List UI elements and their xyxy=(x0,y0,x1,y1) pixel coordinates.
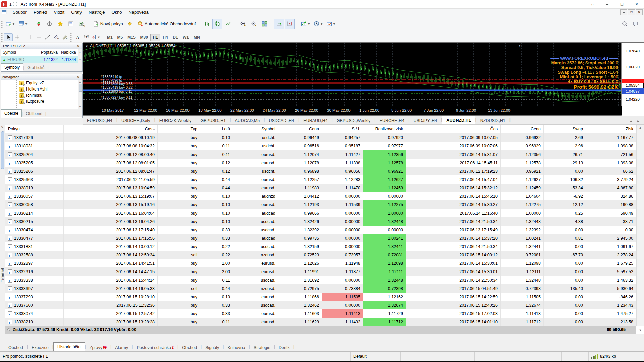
timeframe-w1[interactable]: W1 xyxy=(180,34,191,41)
table-row-13325663[interactable]: 133256632017.06.12 11:05:59buy0.44eurusd… xyxy=(5,175,636,184)
maximize-button[interactable]: □ xyxy=(614,0,629,8)
menu-pohled[interactable]: Pohled xyxy=(30,9,50,15)
chart-tab-euraudh4[interactable]: EURAUD,H4 xyxy=(299,117,331,124)
chart-tab-gbpusdweekly[interactable]: GBPUSD.,Weekly xyxy=(333,117,375,124)
table-row-13337600[interactable]: 133376002017.06.15 11:32:36buy0.33usdcad… xyxy=(5,301,636,309)
table-row-13333697[interactable]: 133336972017.06.14 16:05:33sell0.44nzdus… xyxy=(5,284,636,293)
vertical-line-icon[interactable] xyxy=(25,33,34,41)
timeframe-h1[interactable]: H1 xyxy=(150,34,160,41)
new-order-button[interactable]: Nový pokyn xyxy=(92,19,124,29)
mdi-close-button[interactable]: ✕ xyxy=(636,9,643,15)
equidistant-channel-icon[interactable]: E xyxy=(52,33,60,41)
search-icon[interactable] xyxy=(620,19,630,29)
chart-shift-icon[interactable] xyxy=(285,19,295,29)
chart-tab-usdcadh4[interactable]: USDCAD.,H4 xyxy=(265,117,298,124)
timeframe-m5[interactable]: M5 xyxy=(115,34,125,41)
scroll-down-icon[interactable]: ▼ xyxy=(79,105,82,108)
close-button[interactable]: ✕ xyxy=(629,0,644,8)
column-header-0[interactable]: Pokyn xyxy=(5,125,64,133)
terminal-tab-obchod[interactable]: Obchod xyxy=(5,344,27,351)
chart-tab-nzdusdh1[interactable]: NZDUSD.,H1 xyxy=(476,117,509,124)
table-row-13337293[interactable]: 133372932017.06.15 10:28:10buy0.10eurusd… xyxy=(5,293,636,301)
profiles-icon[interactable]: ▼ xyxy=(17,19,29,29)
chart-tab-audnzdh1[interactable]: AUDNZD,H1 xyxy=(442,116,475,124)
table-row-13332588[interactable]: 133325882017.06.14 12:59:34sell0.22nzdus… xyxy=(5,251,636,259)
column-header-7[interactable]: Realizovat zisk xyxy=(363,125,406,133)
table-row-13330215[interactable]: 133302152017.06.13 16:04:26buy0.10usdcad… xyxy=(5,217,636,226)
column-header-2[interactable]: Typ xyxy=(158,125,200,133)
scroll-down-icon[interactable]: ▼ xyxy=(637,329,644,332)
new-chart-icon[interactable]: ▼ xyxy=(4,19,16,29)
strategy-tester-icon[interactable] xyxy=(77,19,87,29)
indicators-icon[interactable]: ▼ xyxy=(300,19,312,29)
chart-tab-usdjpyh4[interactable]: USDJPY.,H4 xyxy=(409,117,441,124)
column-header-3[interactable]: Lotů xyxy=(200,125,233,133)
connection-status[interactable]: 824/3 kb xyxy=(589,352,644,361)
periods-icon[interactable]: ▼ xyxy=(312,19,324,29)
table-row-13338210[interactable]: 133382102017.06.15 13:28:28buy0.11eurusd… xyxy=(5,318,636,326)
dropdown-arrow-icon[interactable]: ▼ xyxy=(320,22,323,26)
scroll-thumb[interactable] xyxy=(79,84,82,92)
chart-tab-usdchfdaily[interactable]: USDCHF.,Daily xyxy=(117,117,154,124)
column-header-1[interactable]: Čas ▵ xyxy=(64,125,158,133)
scroll-down-icon[interactable]: ▼ xyxy=(78,56,82,63)
navigator-scrollbar[interactable]: ▲ ▼ xyxy=(78,80,82,109)
table-row-13332897[interactable]: 133328972017.06.14 14:41:51buy1.00eurusd… xyxy=(5,259,636,267)
column-bid[interactable]: Poptávka xyxy=(35,50,59,55)
table-row-13330057[interactable]: 133300572017.06.13 15:19:07buy0.10audnzd… xyxy=(5,192,636,200)
chart-tab-eurczkweekly[interactable]: EURCZK,Weekly xyxy=(155,117,196,124)
chevron-down-icon[interactable]: ▼ xyxy=(85,45,88,48)
zoom-out-icon[interactable] xyxy=(249,19,259,29)
chart-tab-audcadm5[interactable]: AUDCAD,M5 xyxy=(231,117,264,124)
timeframe-m15[interactable]: M15 xyxy=(125,34,138,41)
table-row-13333338[interactable]: 133333382017.06.14 15:44:14buy0.11usdcad… xyxy=(5,276,636,284)
text-icon[interactable]: A xyxy=(73,33,82,41)
dropdown-arrow-icon[interactable]: ▼ xyxy=(25,22,28,26)
zoom-in-icon[interactable] xyxy=(238,19,248,29)
menu-vlozit[interactable]: Vložit xyxy=(50,9,68,15)
table-row-13325206[interactable]: 133252062017.06.12 08:01:47buy0.12usdchf… xyxy=(5,167,636,175)
metaeditor-icon[interactable] xyxy=(125,19,135,29)
market-watch-icon[interactable] xyxy=(34,19,44,29)
menu-okno[interactable]: Okno xyxy=(108,9,125,15)
column-ask[interactable]: Nabídka xyxy=(59,50,78,55)
table-row-13330058[interactable]: 133300582017.06.13 15:19:16buy0.10eurusd… xyxy=(5,200,636,209)
resize-arrows-button[interactable]: ↔ xyxy=(585,0,600,8)
column-symbol[interactable]: Symbol xyxy=(1,50,35,55)
table-row-13332916[interactable]: 133329162017.06.14 14:47:15buy2.00eurusd… xyxy=(5,267,636,276)
column-header-11[interactable]: Zisk xyxy=(586,125,636,133)
scroll-up-icon[interactable]: ▲ xyxy=(79,80,82,83)
candle-chart-icon[interactable] xyxy=(212,19,222,29)
column-header-5[interactable]: Cena xyxy=(278,125,322,133)
symbol-row-eurusd[interactable]: ▲ EURUSD 1.11322 1.11344 ▼ xyxy=(1,56,82,63)
timeframe-m30[interactable]: M30 xyxy=(138,34,150,41)
tab-symboly[interactable]: Symboly xyxy=(1,63,23,71)
timeframe-m1[interactable]: M1 xyxy=(105,34,115,41)
dropdown-arrow-icon[interactable]: ▼ xyxy=(307,22,310,26)
horizontal-line-icon[interactable] xyxy=(34,33,43,41)
profile-indicator[interactable]: Default xyxy=(351,352,401,361)
terminal-icon[interactable] xyxy=(66,19,76,29)
auto-scroll-icon[interactable] xyxy=(274,19,284,29)
bar-chart-icon[interactable] xyxy=(202,19,212,29)
navigator-item-iexposure[interactable]: ƒiExposure xyxy=(1,98,82,104)
table-row-13331881[interactable]: 133318812017.06.14 10:00:12buy0.22usdcad… xyxy=(5,242,636,251)
time-axis[interactable]: 10 May 201712 May 22:0016 May 22:0018 Ma… xyxy=(83,106,622,115)
close-icon[interactable]: ✕ xyxy=(76,75,81,79)
tab-grafticku[interactable]: Graf ticků xyxy=(24,64,47,71)
navigator-item-ichimoku[interactable]: ƒIchimoku xyxy=(1,92,82,98)
menu-napoveda[interactable]: Nápověda xyxy=(125,9,152,15)
terminal-tab-expozice[interactable]: Expozice xyxy=(28,344,52,351)
tile-windows-icon[interactable] xyxy=(259,19,269,29)
table-scrollbar[interactable]: ▲ ▼ xyxy=(636,125,644,326)
tab-obecne[interactable]: Obecné xyxy=(1,109,22,117)
terminal-vertical-label[interactable]: Terminál xyxy=(0,268,4,282)
terminal-tab-strategie[interactable]: Strategie xyxy=(250,344,274,351)
dropdown-arrow-icon[interactable]: ▼ xyxy=(12,22,15,26)
terminal-scroll-thumb[interactable] xyxy=(1,131,4,169)
chart-tab-eurusdh4[interactable]: EURUSD.,H4 xyxy=(83,117,116,124)
table-row-13325205[interactable]: 133252052017.06.12 08:01:05buy0.12eurusd… xyxy=(5,159,636,167)
menu-nastroje[interactable]: Nástroje xyxy=(85,9,108,15)
timeframe-d1[interactable]: D1 xyxy=(170,34,180,41)
navigator-icon[interactable] xyxy=(55,19,65,29)
